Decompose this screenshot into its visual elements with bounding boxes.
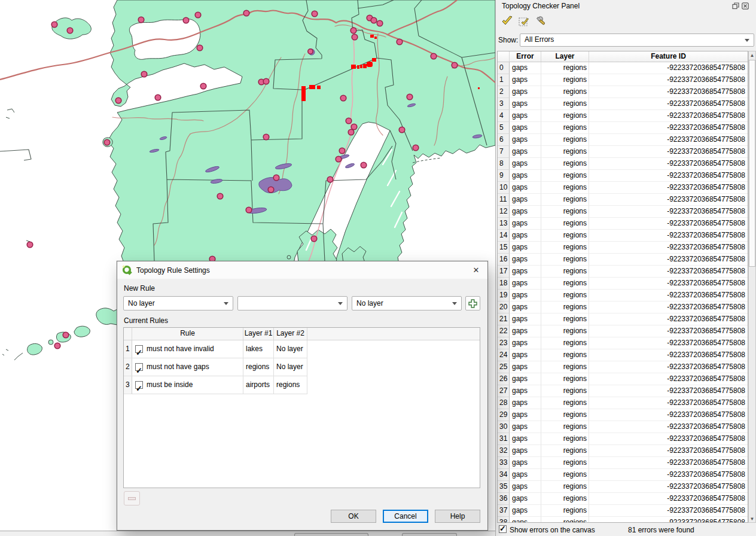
feature-id-cell[interactable]: -9223372036854775808 bbox=[589, 146, 748, 158]
feature-id-cell[interactable]: -9223372036854775808 bbox=[589, 218, 748, 230]
layer-cell[interactable]: regions bbox=[541, 266, 589, 278]
add-rule-button[interactable] bbox=[465, 296, 480, 310]
error-row[interactable]: 29gapsregions-9223372036854775808 bbox=[498, 409, 748, 421]
error-cell[interactable]: gaps bbox=[510, 122, 541, 134]
error-cell[interactable]: gaps bbox=[510, 110, 541, 122]
rule-cell[interactable]: ✓must be inside bbox=[132, 376, 243, 394]
feature-id-cell[interactable]: -9223372036854775808 bbox=[589, 170, 748, 182]
index-column-header[interactable] bbox=[498, 51, 510, 62]
dialog-close-button[interactable]: ✕ bbox=[471, 265, 481, 276]
rule-cell[interactable]: ✓must not have gaps bbox=[132, 358, 243, 376]
layer2-column-header[interactable]: Layer #2 bbox=[274, 328, 307, 340]
error-row[interactable]: 4gapsregions-9223372036854775808 bbox=[498, 110, 748, 122]
layer-cell[interactable]: regions bbox=[541, 445, 589, 457]
feature-id-cell[interactable]: -9223372036854775808 bbox=[589, 302, 748, 313]
error-row[interactable]: 10gapsregions-9223372036854775808 bbox=[498, 182, 748, 194]
layer1-cell[interactable]: lakes bbox=[243, 340, 274, 358]
layer-cell[interactable]: regions bbox=[541, 242, 589, 254]
layer-cell[interactable]: regions bbox=[541, 397, 589, 409]
error-row[interactable]: 15gapsregions-9223372036854775808 bbox=[498, 242, 748, 254]
error-row[interactable]: 17gapsregions-9223372036854775808 bbox=[498, 266, 748, 278]
row-index[interactable]: 0 bbox=[498, 62, 510, 74]
layer-cell[interactable]: regions bbox=[541, 349, 589, 361]
layer-cell[interactable]: regions bbox=[541, 433, 589, 445]
feature-id-cell[interactable]: -9223372036854775808 bbox=[589, 445, 748, 457]
error-cell[interactable]: gaps bbox=[510, 146, 541, 158]
feature-id-cell[interactable]: -9223372036854775808 bbox=[589, 433, 748, 445]
feature-id-cell[interactable]: -9223372036854775808 bbox=[589, 409, 748, 421]
feature-id-cell[interactable]: -9223372036854775808 bbox=[589, 242, 748, 254]
error-row[interactable]: 3gapsregions-9223372036854775808 bbox=[498, 98, 748, 110]
feature-id-cell[interactable]: -9223372036854775808 bbox=[589, 361, 748, 373]
feature-id-cell[interactable]: -9223372036854775808 bbox=[589, 325, 748, 337]
error-cell[interactable]: gaps bbox=[510, 62, 541, 74]
layer1-cell[interactable]: airports bbox=[243, 376, 274, 394]
row-index[interactable]: 22 bbox=[498, 325, 510, 337]
error-cell[interactable]: gaps bbox=[510, 134, 541, 146]
row-index[interactable]: 3 bbox=[498, 98, 510, 110]
layer2-cell[interactable]: No layer bbox=[274, 340, 307, 358]
feature-id-cell[interactable]: -9223372036854775808 bbox=[589, 230, 748, 242]
error-row[interactable]: 9gapsregions-9223372036854775808 bbox=[498, 170, 748, 182]
error-cell[interactable]: gaps bbox=[510, 182, 541, 194]
error-row[interactable]: 25gapsregions-9223372036854775808 bbox=[498, 361, 748, 373]
error-column-header[interactable]: Error bbox=[510, 51, 541, 62]
error-table-scrollbar[interactable]: ▲ ▼ bbox=[748, 51, 756, 523]
error-row[interactable]: 1gapsregions-9223372036854775808 bbox=[498, 74, 748, 86]
scroll-down-icon[interactable]: ▼ bbox=[749, 515, 755, 522]
error-cell[interactable]: gaps bbox=[510, 505, 541, 517]
error-row[interactable]: 21gapsregions-9223372036854775808 bbox=[498, 313, 748, 325]
row-index[interactable]: 9 bbox=[498, 170, 510, 182]
feature-id-cell[interactable]: -9223372036854775808 bbox=[589, 290, 748, 302]
row-index[interactable]: 17 bbox=[498, 266, 510, 278]
row-index[interactable]: 24 bbox=[498, 349, 510, 361]
feature-id-cell[interactable]: -9223372036854775808 bbox=[589, 421, 748, 433]
layer-cell[interactable]: regions bbox=[541, 493, 589, 505]
error-row[interactable]: 12gapsregions-9223372036854775808 bbox=[498, 206, 748, 218]
error-cell[interactable]: gaps bbox=[510, 206, 541, 218]
error-cell[interactable]: gaps bbox=[510, 361, 541, 373]
help-button[interactable]: Help bbox=[435, 510, 480, 523]
error-cell[interactable]: gaps bbox=[510, 481, 541, 493]
feature-id-column-header[interactable]: Feature ID bbox=[589, 51, 748, 62]
delete-rule-button[interactable] bbox=[124, 491, 140, 505]
panel-close-button[interactable] bbox=[742, 2, 749, 10]
layer-cell[interactable]: regions bbox=[541, 86, 589, 98]
error-row[interactable]: 18gapsregions-9223372036854775808 bbox=[498, 278, 748, 290]
error-cell[interactable]: gaps bbox=[510, 409, 541, 421]
row-index[interactable]: 5 bbox=[498, 122, 510, 134]
rule-row[interactable]: 1✓must not have invalid geometrieslakesN… bbox=[124, 340, 480, 358]
validate-all-button[interactable] bbox=[499, 13, 516, 29]
error-cell[interactable]: gaps bbox=[510, 194, 541, 206]
row-index[interactable]: 25 bbox=[498, 361, 510, 373]
row-index[interactable]: 15 bbox=[498, 242, 510, 254]
row-index[interactable]: 35 bbox=[498, 481, 510, 493]
row-index[interactable]: 29 bbox=[498, 409, 510, 421]
rule-enabled-checkbox[interactable]: ✓ bbox=[135, 345, 143, 353]
error-row[interactable]: 30gapsregions-9223372036854775808 bbox=[498, 421, 748, 433]
layer-cell[interactable]: regions bbox=[541, 302, 589, 313]
feature-id-cell[interactable]: -9223372036854775808 bbox=[589, 98, 748, 110]
layer-cell[interactable]: regions bbox=[541, 469, 589, 481]
layer-cell[interactable]: regions bbox=[541, 206, 589, 218]
layer-cell[interactable]: regions bbox=[541, 409, 589, 421]
error-cell[interactable]: gaps bbox=[510, 86, 541, 98]
row-index[interactable]: 8 bbox=[498, 158, 510, 170]
feature-id-cell[interactable]: -9223372036854775808 bbox=[589, 86, 748, 98]
row-index[interactable]: 31 bbox=[498, 433, 510, 445]
error-row[interactable]: 26gapsregions-9223372036854775808 bbox=[498, 373, 748, 385]
feature-id-cell[interactable]: -9223372036854775808 bbox=[589, 493, 748, 505]
row-index[interactable]: 38 bbox=[498, 517, 510, 523]
feature-id-cell[interactable]: -9223372036854775808 bbox=[589, 134, 748, 146]
error-row[interactable]: 28gapsregions-9223372036854775808 bbox=[498, 397, 748, 409]
layer-cell[interactable]: regions bbox=[541, 385, 589, 397]
error-cell[interactable]: gaps bbox=[510, 385, 541, 397]
error-row[interactable]: 7gapsregions-9223372036854775808 bbox=[498, 146, 748, 158]
layer-cell[interactable]: regions bbox=[541, 505, 589, 517]
error-row[interactable]: 5gapsregions-9223372036854775808 bbox=[498, 122, 748, 134]
row-index[interactable]: 18 bbox=[498, 278, 510, 290]
layer-cell[interactable]: regions bbox=[541, 170, 589, 182]
error-cell[interactable]: gaps bbox=[510, 254, 541, 266]
error-row[interactable]: 32gapsregions-9223372036854775808 bbox=[498, 445, 748, 457]
layer-cell[interactable]: regions bbox=[541, 313, 589, 325]
